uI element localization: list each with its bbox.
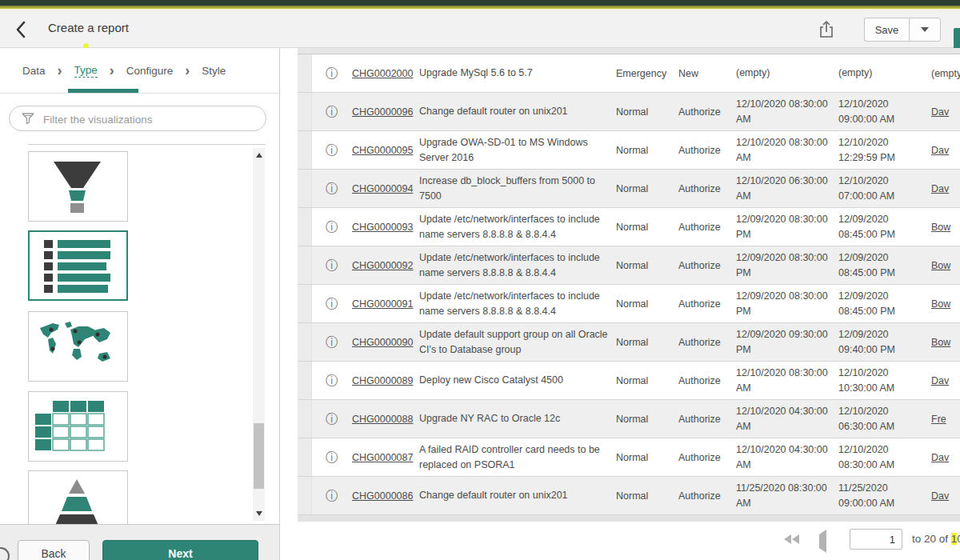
- table-row: CHG0000093 Update /etc/network/interface…: [298, 208, 960, 246]
- viz-type-table[interactable]: [28, 391, 128, 462]
- assigned-to-link[interactable]: Bow: [931, 260, 950, 271]
- planned-start-cell: 12/10/2020 08:30:00 AM: [736, 131, 838, 169]
- info-icon[interactable]: [326, 258, 339, 272]
- pyramid-icon: [29, 471, 127, 524]
- priority-cell: Normal: [616, 170, 678, 207]
- wizard-step-style[interactable]: Style: [202, 65, 226, 77]
- change-number-link[interactable]: CHG0000086: [352, 490, 413, 502]
- change-number-link[interactable]: CHG0000093: [352, 222, 413, 233]
- change-number-link[interactable]: CHG0000090: [352, 337, 413, 348]
- change-number-link[interactable]: CHG0000088: [352, 414, 413, 425]
- wizard-step-type[interactable]: Type: [74, 64, 98, 78]
- viz-list-scrollbar[interactable]: [253, 148, 265, 521]
- planned-end-cell: 12/09/2020 08:45:00 PM: [838, 285, 931, 322]
- create-report-screen: Create a report Save Data Type: [0, 0, 960, 560]
- change-number-link[interactable]: CHG0000094: [352, 183, 413, 194]
- planned-end-cell: 12/10/2020 07:00:00 AM: [838, 170, 931, 207]
- list-icon: [30, 232, 126, 298]
- next-button[interactable]: Next: [102, 540, 258, 560]
- info-icon[interactable]: [326, 335, 339, 349]
- clipped-row-bottom: [298, 515, 960, 522]
- page-number-input[interactable]: [850, 529, 902, 550]
- info-icon[interactable]: [326, 297, 339, 310]
- info-icon[interactable]: [326, 143, 339, 157]
- assigned-to-link[interactable]: Dav: [931, 490, 949, 502]
- assigned-to-link[interactable]: (empty): [931, 68, 960, 79]
- assigned-to-link[interactable]: Dav: [931, 452, 949, 463]
- planned-end-cell: 12/10/2020 09:00:00 AM: [838, 93, 931, 130]
- change-number-link[interactable]: CHG0000089: [352, 375, 413, 386]
- scroll-up-icon[interactable]: [253, 150, 265, 161]
- priority-cell: Normal: [616, 323, 678, 361]
- planned-start-cell: 12/10/2020 04:30:00 AM: [736, 438, 838, 476]
- change-number-link[interactable]: CHG0000095: [352, 145, 413, 156]
- change-number-cell: CHG0000091: [352, 285, 419, 322]
- change-number-cell: CHG0000092: [352, 246, 419, 284]
- change-request-table: CHG0002000 Upgrade MySql 5.6 to 5.7 Emer…: [298, 48, 960, 522]
- wizard-step-configure[interactable]: Configure: [126, 65, 174, 77]
- table-row: CHG0000089 Deploy new Cisco Catalyst 450…: [298, 362, 960, 400]
- priority-cell: Emergency: [616, 54, 678, 92]
- assigned-to-link[interactable]: Bow: [931, 298, 950, 310]
- change-number-link[interactable]: CHG0000092: [352, 260, 413, 271]
- planned-start-cell: 12/09/2020 08:30:00 PM: [736, 285, 838, 322]
- scrollbar-thumb[interactable]: [254, 423, 264, 489]
- info-icon[interactable]: [326, 182, 339, 195]
- info-icon[interactable]: [326, 105, 339, 118]
- info-icon[interactable]: [326, 66, 339, 80]
- report-wizard-panel: Data Type Configure Style: [0, 48, 280, 524]
- row-info-cell: [312, 438, 352, 476]
- priority-cell: Normal: [616, 477, 678, 514]
- info-icon[interactable]: [326, 489, 339, 502]
- table-row: CHG0002000 Upgrade MySql 5.6 to 5.7 Emer…: [298, 54, 960, 93]
- priority-cell: Normal: [616, 400, 678, 438]
- scroll-down-icon[interactable]: [253, 508, 265, 519]
- viz-type-world-map[interactable]: [28, 311, 128, 382]
- priority-cell: Normal: [616, 246, 678, 284]
- change-number-link[interactable]: CHG0000091: [352, 298, 413, 310]
- planned-end-cell: 12/09/2020 08:45:00 PM: [838, 246, 931, 284]
- row-info-cell: [312, 477, 352, 514]
- assigned-to-link[interactable]: Dav: [931, 145, 949, 156]
- previous-page-button[interactable]: [819, 534, 826, 549]
- share-button[interactable]: [818, 19, 838, 40]
- info-icon[interactable]: [326, 450, 339, 464]
- assigned-to-link[interactable]: Dav: [931, 106, 949, 118]
- back-button[interactable]: Back: [18, 540, 90, 560]
- assigned-to-link[interactable]: Dav: [931, 375, 949, 386]
- change-number-cell: CHG0000090: [352, 323, 419, 361]
- assigned-to-cell: Dav: [931, 362, 960, 399]
- viz-type-funnel-chart[interactable]: [28, 151, 128, 222]
- info-icon[interactable]: [326, 412, 339, 426]
- info-icon[interactable]: [326, 220, 339, 234]
- short-description-cell: Change default router on unix201: [419, 93, 616, 130]
- planned-end-cell: 12/10/2020 12:29:59 PM: [838, 131, 931, 169]
- save-button[interactable]: Save: [864, 18, 909, 42]
- table-row: CHG0000091 Update /etc/network/interface…: [298, 285, 960, 323]
- first-page-button[interactable]: [784, 534, 799, 544]
- assigned-to-link[interactable]: Bow: [931, 222, 950, 233]
- assigned-to-cell: Bow: [931, 246, 960, 284]
- wizard-step-data[interactable]: Data: [22, 65, 46, 77]
- change-number-link[interactable]: CHG0000096: [352, 106, 413, 118]
- chevron-right-icon: [110, 63, 114, 78]
- change-number-link[interactable]: CHG0002000: [352, 68, 413, 79]
- save-dropdown-button[interactable]: [909, 18, 941, 42]
- viz-type-pyramid[interactable]: [28, 470, 128, 524]
- info-icon[interactable]: [326, 374, 339, 387]
- priority-cell: Normal: [616, 285, 678, 322]
- funnel-filter-icon: [21, 111, 35, 126]
- assigned-to-link[interactable]: Bow: [931, 337, 950, 348]
- back-chevron-button[interactable]: [14, 19, 35, 40]
- viz-type-list[interactable]: [28, 230, 128, 301]
- table-row: CHG0000088 Upgrade NY RAC to Oracle 12c …: [298, 400, 960, 438]
- assigned-to-link[interactable]: Dav: [931, 183, 949, 194]
- assigned-to-link[interactable]: Fre: [931, 414, 946, 425]
- change-number-link[interactable]: CHG0000087: [352, 452, 413, 463]
- short-description-cell: Upgrade OWA-SD-01 to MS Windows Server 2…: [419, 131, 616, 169]
- planned-start-cell: 12/09/2020 08:30:00 PM: [736, 208, 838, 246]
- filter-visualizations-input[interactable]: [42, 108, 259, 130]
- state-cell: Authorize: [678, 246, 736, 284]
- table-row: CHG0000094 Increase db_block_buffers fro…: [298, 170, 960, 208]
- assigned-to-cell: Dav: [931, 438, 960, 476]
